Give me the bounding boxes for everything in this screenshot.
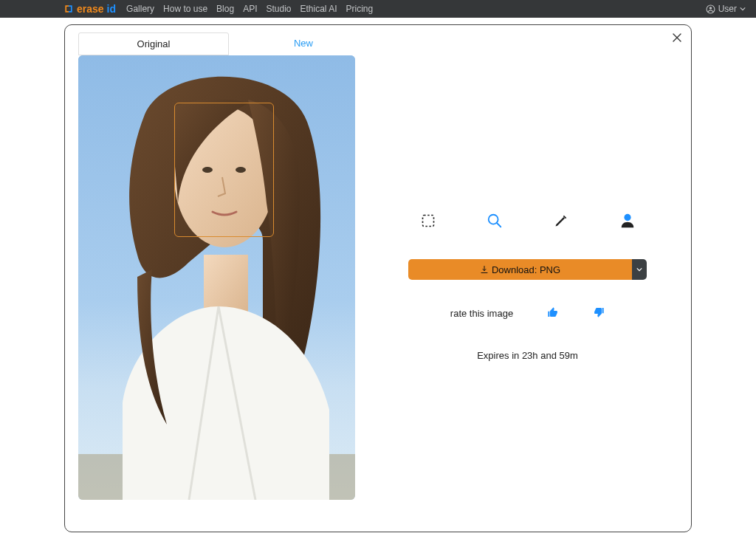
nav-link-pricing[interactable]: Pricing: [346, 4, 374, 14]
download-label: Download: PNG: [492, 264, 560, 275]
image-tabs: Original New: [78, 32, 378, 55]
tab-original[interactable]: Original: [78, 32, 229, 55]
svg-point-11: [624, 214, 630, 221]
selection-icon: [421, 213, 436, 228]
thumbs-down-button[interactable]: [593, 306, 605, 320]
close-button[interactable]: [672, 32, 682, 46]
search-icon: [487, 213, 503, 229]
tool-row: [418, 210, 638, 231]
result-modal: Original New: [64, 24, 692, 532]
person-tool-button[interactable]: [617, 210, 638, 231]
svg-rect-8: [422, 216, 433, 227]
svg-line-10: [496, 223, 501, 227]
nav-link-ethicalai[interactable]: Ethical AI: [300, 4, 337, 14]
thumbs-down-icon: [593, 306, 605, 318]
download-format-toggle[interactable]: [632, 259, 647, 280]
pencil-icon: [554, 213, 568, 228]
right-panel: Download: PNG rate this image Expires in…: [377, 55, 678, 500]
download-row: Download: PNG: [408, 259, 647, 280]
user-icon: [706, 4, 715, 14]
zoom-tool-button[interactable]: [484, 210, 505, 231]
nav-links: Gallery How to use Blog API Studio Ethic…: [126, 4, 373, 14]
person-icon: [619, 213, 636, 229]
rate-label: rate this image: [450, 308, 513, 319]
download-icon: [480, 265, 489, 274]
caret-down-icon: [636, 267, 642, 272]
user-label: User: [718, 4, 737, 14]
brand[interactable]: eraseid: [63, 3, 116, 15]
select-tool-button[interactable]: [418, 210, 439, 231]
brand-text-id: id: [107, 3, 116, 15]
brand-logo-icon: [63, 4, 74, 14]
brand-text-erase: erase: [77, 3, 104, 15]
download-button[interactable]: Download: PNG: [408, 259, 632, 280]
svg-point-1: [709, 7, 711, 9]
user-menu[interactable]: User: [706, 4, 746, 14]
nav-link-studio[interactable]: Studio: [266, 4, 291, 14]
original-image: [78, 55, 355, 500]
thumbs-up-icon: [547, 306, 559, 318]
tab-new[interactable]: New: [229, 32, 378, 55]
nav-link-blog[interactable]: Blog: [216, 4, 234, 14]
top-navbar: eraseid Gallery How to use Blog API Stud…: [0, 0, 756, 18]
chevron-down-icon: [740, 6, 746, 12]
nav-link-howtouse[interactable]: How to use: [163, 4, 207, 14]
rate-row: rate this image: [450, 306, 605, 320]
modal-content: Download: PNG rate this image Expires in…: [65, 55, 691, 513]
nav-link-api[interactable]: API: [243, 4, 257, 14]
close-icon: [672, 32, 682, 43]
edit-tool-button[interactable]: [551, 210, 571, 231]
face-detection-box: [174, 103, 274, 237]
navbar-left: eraseid Gallery How to use Blog API Stud…: [63, 3, 373, 15]
nav-link-gallery[interactable]: Gallery: [126, 4, 154, 14]
expires-label: Expires in 23h and 59m: [477, 350, 578, 361]
thumbs-up-button[interactable]: [547, 306, 559, 320]
